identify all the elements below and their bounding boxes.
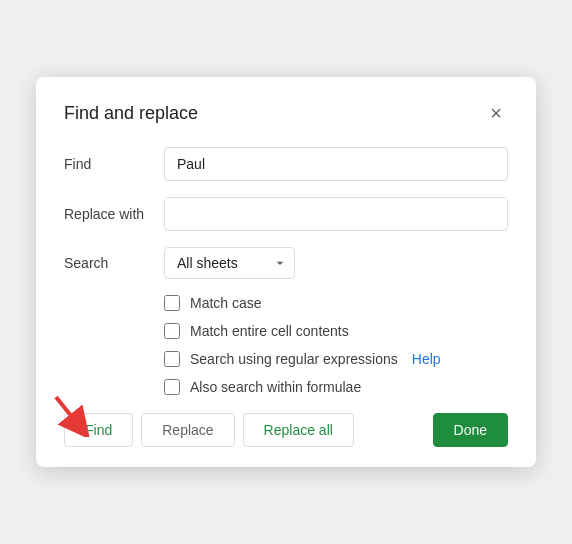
match-entire-row: Match entire cell contents — [164, 323, 508, 339]
regex-label: Search using regular expressions — [190, 351, 398, 367]
formulae-checkbox[interactable] — [164, 379, 180, 395]
match-case-checkbox[interactable] — [164, 295, 180, 311]
match-case-row: Match case — [164, 295, 508, 311]
checkboxes-section: Match case Match entire cell contents Se… — [164, 295, 508, 395]
replace-button[interactable]: Replace — [141, 413, 234, 447]
replace-with-input[interactable] — [164, 197, 508, 231]
regex-checkbox[interactable] — [164, 351, 180, 367]
find-replace-dialog: Find and replace × Find Replace with Sea… — [36, 77, 536, 467]
svg-line-1 — [56, 397, 80, 427]
regex-row: Search using regular expressions Help — [164, 351, 508, 367]
match-entire-label: Match entire cell contents — [190, 323, 349, 339]
formulae-row: Also search within formulae — [164, 379, 508, 395]
done-button[interactable]: Done — [433, 413, 508, 447]
search-label: Search — [64, 255, 164, 271]
replace-all-button[interactable]: Replace all — [243, 413, 354, 447]
close-button[interactable]: × — [484, 101, 508, 125]
formulae-label: Also search within formulae — [190, 379, 361, 395]
arrow-indicator — [36, 393, 90, 441]
match-case-label: Match case — [190, 295, 262, 311]
dialog-header: Find and replace × — [64, 101, 508, 125]
footer: Find Replace Replace all Done — [64, 413, 508, 447]
search-select[interactable]: All sheets This sheet Specific range — [164, 247, 295, 279]
search-row: Search All sheets This sheet Specific ra… — [64, 247, 508, 279]
dialog-title: Find and replace — [64, 103, 198, 124]
help-link[interactable]: Help — [412, 351, 441, 367]
replace-row: Replace with — [64, 197, 508, 231]
replace-with-label: Replace with — [64, 206, 164, 222]
find-input[interactable] — [164, 147, 508, 181]
match-entire-checkbox[interactable] — [164, 323, 180, 339]
find-row: Find — [64, 147, 508, 181]
find-label: Find — [64, 156, 164, 172]
